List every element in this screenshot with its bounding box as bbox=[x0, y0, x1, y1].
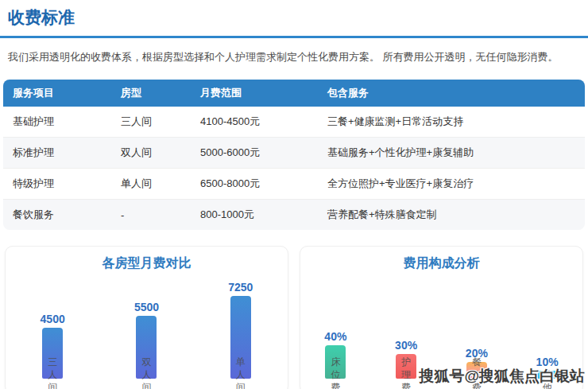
bar-value-label: 40% bbox=[324, 330, 346, 343]
table-cell: 三餐+健康监测+日常活动支持 bbox=[318, 107, 585, 138]
table-row: 标准护理双人间5000-6000元基础服务+个性化护理+康复辅助 bbox=[3, 138, 585, 169]
bar-value-label: 7250 bbox=[228, 281, 253, 294]
table-cell: 特级护理 bbox=[3, 169, 111, 200]
table-row: 餐饮服务-800-1000元营养配餐+特殊膳食定制 bbox=[3, 200, 585, 231]
table-cell: 基础服务+个性化护理+康复辅助 bbox=[318, 138, 585, 169]
x-axis-label: 三人间 bbox=[48, 356, 57, 389]
room-fee-chart-card: 各房型月费对比 4500三人间5500双人间7250单人间 bbox=[5, 246, 288, 389]
title-divider bbox=[0, 36, 588, 38]
table-cell: 标准护理 bbox=[3, 138, 111, 169]
x-axis-label: 护理费 bbox=[401, 356, 411, 389]
fee-standards-page: 收费标准 我们采用透明化的收费体系，根据房型选择和个人护理需求制定个性化费用方案… bbox=[0, 0, 588, 389]
chart-title: 费用构成分析 bbox=[300, 255, 582, 272]
x-axis-label: 单人间 bbox=[236, 356, 246, 389]
table-cell: - bbox=[111, 200, 191, 231]
x-axis-label: 双人间 bbox=[141, 356, 151, 389]
bar-group: 7250单人间 bbox=[194, 275, 288, 379]
chart-title: 各房型月费对比 bbox=[6, 255, 288, 272]
table-cell: 全方位照护+专业医疗+康复治疗 bbox=[318, 169, 585, 200]
table-cell: 餐饮服务 bbox=[3, 200, 111, 231]
table-cell: 6500-8000元 bbox=[191, 169, 318, 200]
table-row: 特级护理单人间6500-8000元全方位照护+专业医疗+康复治疗 bbox=[3, 169, 585, 200]
table-cell: 单人间 bbox=[111, 169, 191, 200]
bar-value-label: 5500 bbox=[134, 301, 159, 313]
table-cell: 5000-6000元 bbox=[191, 138, 318, 169]
page-title: 收费标准 bbox=[8, 6, 588, 29]
table-cell: 三人间 bbox=[111, 107, 191, 138]
intro-paragraph: 我们采用透明化的收费体系，根据房型选择和个人护理需求制定个性化费用方案。 所有费… bbox=[8, 51, 580, 64]
column-header: 房型 bbox=[111, 80, 191, 107]
column-header: 服务项目 bbox=[3, 80, 111, 107]
bar-chart: 4500三人间5500双人间7250单人间 bbox=[6, 275, 288, 379]
column-header: 包含服务 bbox=[318, 80, 585, 107]
bar-chart: 40%床位费30%护理费20%餐饮费10%其他 bbox=[300, 275, 582, 379]
bar-group: 10%其他 bbox=[512, 275, 582, 379]
table-cell: 双人间 bbox=[111, 138, 191, 169]
table-cell: 营养配餐+特殊膳食定制 bbox=[318, 200, 585, 231]
table-cell: 4100-4500元 bbox=[191, 107, 318, 138]
pricing-table: 服务项目房型月费范围包含服务 基础护理三人间4100-4500元三餐+健康监测+… bbox=[3, 80, 585, 230]
pricing-table-container: 服务项目房型月费范围包含服务 基础护理三人间4100-4500元三餐+健康监测+… bbox=[3, 80, 585, 230]
table-cell: 基础护理 bbox=[3, 107, 111, 138]
bar-group: 40%床位费 bbox=[300, 275, 371, 379]
column-header: 月费范围 bbox=[191, 80, 318, 107]
watermark: 搜狐号@搜狐焦点白银站 bbox=[419, 366, 585, 387]
bar-value-label: 4500 bbox=[41, 313, 65, 325]
bar-group: 30%护理费 bbox=[371, 275, 442, 379]
bar-value-label: 20% bbox=[466, 347, 488, 360]
bar-group: 20%餐饮费 bbox=[442, 275, 513, 379]
bar-group: 4500三人间 bbox=[6, 275, 99, 379]
x-axis-label: 床位费 bbox=[331, 356, 340, 389]
bar-value-label: 30% bbox=[395, 339, 417, 352]
table-row: 基础护理三人间4100-4500元三餐+健康监测+日常活动支持 bbox=[3, 107, 585, 138]
pricing-table-header: 服务项目房型月费范围包含服务 bbox=[3, 80, 585, 107]
table-cell: 800-1000元 bbox=[191, 200, 318, 231]
bar-group: 5500双人间 bbox=[99, 275, 193, 379]
